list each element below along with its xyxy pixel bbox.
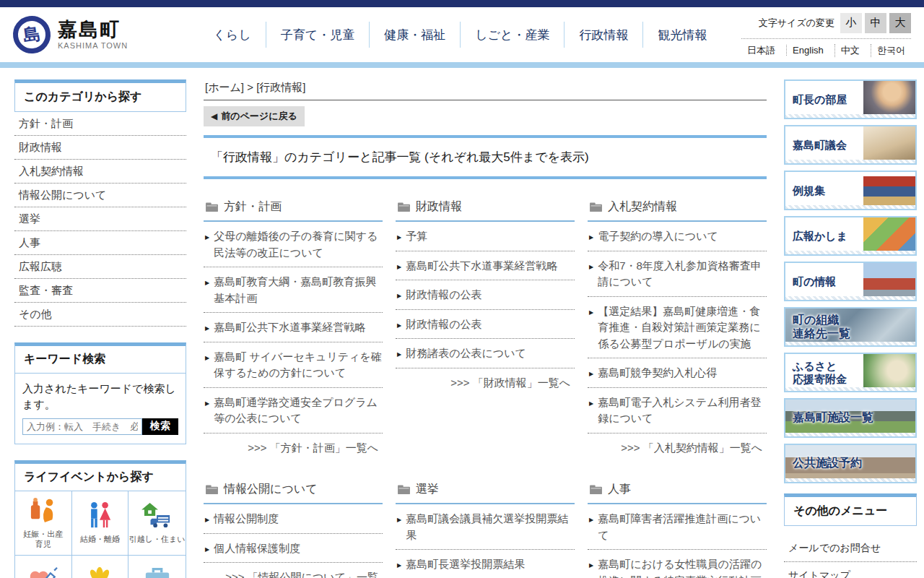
sidebar-category-link[interactable]: 財政情報 — [14, 136, 186, 160]
banner-assembly[interactable]: 嘉島町議会 — [784, 125, 917, 165]
sidebar-category-link[interactable]: 情報公開について — [14, 184, 186, 207]
banner-facilities[interactable]: 嘉島町施設一覧 — [784, 398, 917, 438]
banner-furusato[interactable]: ふるさと 応援寄附金 — [784, 353, 917, 392]
category-article-grid: 方針・計画▶父母の離婚後の子の養育に関する民法等の改正について▶嘉島町教育大綱・… — [204, 198, 767, 578]
article-link[interactable]: ▶嘉島町教育大綱・嘉島町教育振興基本計画 — [204, 267, 383, 313]
triangle-bullet-icon: ▶ — [205, 233, 209, 261]
moving-icon — [141, 501, 174, 532]
other-menu-link[interactable]: サイトマップ — [784, 562, 917, 578]
banner-label: ふるさと 応援寄附金 — [785, 360, 847, 385]
top-navy-bar — [0, 0, 924, 7]
sidebar-category-link[interactable]: 選挙 — [14, 207, 186, 231]
books-photo — [863, 172, 915, 209]
right-sidebar: 町長の部屋嘉島町議会例規集広報かしま町の情報町の組織 連絡先一覧ふるさと 応援寄… — [784, 79, 917, 578]
nav-item-4[interactable]: しごと・産業 — [461, 21, 564, 49]
life-event-care[interactable]: 介護・病気 — [15, 555, 72, 578]
article-link[interactable]: ▶嘉島町電子入札システム利用者登録について — [588, 388, 767, 434]
sidebar-category-link[interactable]: 広報広聴 — [14, 255, 186, 279]
back-button[interactable]: ◀ 前のページに戻る — [204, 106, 305, 126]
article-link[interactable]: ▶財政情報の公表 — [396, 310, 575, 340]
category-more-link[interactable]: >>> 「入札契約情報」一覧へ — [588, 434, 767, 457]
category-header: 選挙 — [396, 480, 575, 504]
triangle-bullet-icon: ▶ — [205, 400, 209, 427]
article-link[interactable]: ▶嘉島町公共下水道事業経営戦略 — [204, 313, 383, 342]
nav-item-1[interactable]: くらし — [199, 21, 266, 49]
article-list: ▶情報公開制度▶個人情報保護制度 — [204, 504, 383, 563]
category-block-1: 方針・計画▶父母の離婚後の子の養育に関する民法等の改正について▶嘉島町教育大綱・… — [204, 198, 383, 456]
article-link[interactable]: ▶情報公開制度 — [204, 504, 383, 534]
article-link[interactable]: ▶嘉島町 サイバーセキュリティを確保するための方針について — [204, 342, 383, 388]
article-link[interactable]: ▶令和7・8年度入札参加資格審査申請について — [588, 251, 767, 297]
article-link[interactable]: ▶嘉島町通学路交通安全プログラム等の公表について — [204, 388, 383, 434]
category-more-link[interactable]: >>> 「方針・計画」一覧へ — [204, 434, 383, 457]
life-event-couple[interactable]: 結婚・離婚 — [72, 491, 129, 555]
nav-item-3[interactable]: 健康・福祉 — [370, 21, 460, 49]
search-input[interactable] — [22, 418, 142, 435]
triangle-bullet-icon: ▶ — [397, 292, 401, 303]
article-link[interactable]: ▶個人情報保護制度 — [204, 534, 383, 564]
nav-item-5[interactable]: 行政情報 — [565, 21, 642, 49]
triangle-bullet-icon: ▶ — [589, 400, 593, 427]
article-link[interactable]: ▶嘉島町長選挙投開票結果 — [396, 550, 575, 578]
sidebar-category-link[interactable]: 入札契約情報 — [14, 160, 186, 184]
article-title: 個人情報保護制度 — [214, 540, 300, 557]
life-event-label: 引越し・住まい — [129, 535, 186, 545]
article-link[interactable]: ▶嘉島町障害者活躍推進計画について — [588, 504, 767, 550]
category-more-link[interactable]: >>> 「財政情報」一覧へ — [396, 368, 575, 392]
banner-books[interactable]: 例規集 — [784, 171, 917, 210]
language-link-1[interactable]: 日本語 — [741, 44, 781, 57]
life-event-job[interactable]: 就職・離職 — [128, 555, 186, 578]
back-arrow-icon: ◀ — [211, 111, 217, 121]
font-size-button-中[interactable]: 中 — [865, 13, 886, 33]
article-link[interactable]: ▶電子契約の導入について — [588, 222, 767, 251]
banner-magazine[interactable]: 広報かしま — [784, 216, 917, 256]
banner-reservation[interactable]: 公共施設予約 — [784, 444, 917, 483]
language-link-2[interactable]: English — [786, 45, 829, 56]
breadcrumb-home-link[interactable]: [ホーム] — [205, 81, 244, 93]
banner-town[interactable]: 町の情報 — [784, 262, 917, 301]
font-size-button-小[interactable]: 小 — [840, 13, 862, 33]
article-link[interactable]: ▶財務諸表の公表について — [396, 339, 575, 368]
triangle-bullet-icon: ▶ — [205, 354, 209, 381]
triangle-bullet-icon: ▶ — [589, 370, 593, 381]
life-event-condolence[interactable]: おくやみ — [72, 555, 129, 578]
sidebar-category-link[interactable]: 方針・計画 — [14, 112, 186, 136]
search-button[interactable]: 検索 — [142, 418, 178, 435]
category-more-link[interactable]: >>> 「情報公開について」一覧へ — [204, 563, 383, 578]
nav-item-6[interactable]: 観光情報 — [643, 21, 721, 49]
language-link-4[interactable]: 한국어 — [871, 44, 911, 57]
article-link[interactable]: ▶財政情報の公表 — [396, 280, 575, 310]
banner-organization[interactable]: 町の組織 連絡先一覧 — [784, 307, 917, 347]
article-title: 嘉島町教育大綱・嘉島町教育振興基本計画 — [214, 274, 383, 306]
language-link-3[interactable]: 中文 — [834, 44, 866, 57]
life-events-panel: ライフイベントから探す 妊娠・出産 育児結婚・離婚引越し・住まい介護・病気おくや… — [14, 460, 186, 578]
article-title: 令和7・8年度入札参加資格審査申請について — [598, 258, 767, 290]
sidebar-category-link[interactable]: 監査・審査 — [14, 279, 186, 303]
article-link[interactable]: ▶予算 — [396, 222, 575, 251]
article-list: ▶予算▶嘉島町公共下水道事業経営戦略▶財政情報の公表▶財政情報の公表▶財務諸表の… — [396, 222, 575, 368]
sidebar-category-link[interactable]: その他 — [14, 303, 186, 327]
breadcrumb-current[interactable]: [行政情報] — [256, 81, 305, 93]
article-link[interactable]: ▶嘉島町公共下水道事業経営戦略 — [396, 251, 575, 281]
article-link[interactable]: ▶嘉島町議会議員補欠選挙投開票結果 — [396, 504, 575, 550]
couple-icon — [83, 501, 116, 532]
life-event-moving[interactable]: 引越し・住まい — [128, 491, 186, 555]
article-title: 嘉島町長選挙投開票結果 — [406, 556, 525, 573]
article-link[interactable]: ▶父母の離婚後の子の養育に関する民法等の改正について — [204, 222, 383, 267]
life-events-grid: 妊娠・出産 育児結婚・離婚引越し・住まい介護・病気おくやみ就職・離職 — [15, 491, 186, 578]
other-menu-link[interactable]: メールでのお問合せ — [784, 535, 917, 562]
main-navigation: くらし子育て・児童健康・福祉しごと・産業行政情報観光情報 — [179, 21, 741, 49]
banner-mayor[interactable]: 町長の部屋 — [784, 79, 917, 119]
category-title: 人事 — [608, 482, 631, 497]
life-event-baby[interactable]: 妊娠・出産 育児 — [15, 491, 72, 555]
article-link[interactable]: ▶嘉島町における女性職員の活躍の推進に関する特定事業主行動計画 — [588, 550, 767, 578]
nav-item-2[interactable]: 子育て・児童 — [266, 21, 369, 49]
article-link[interactable]: ▶【選定結果】嘉島町健康増進・食育推進・自殺対策計画策定業務に係る公募型プロポー… — [588, 297, 767, 359]
category-header: 財政情報 — [396, 198, 575, 222]
banner-label: 町の情報 — [785, 275, 836, 288]
article-link[interactable]: ▶嘉島町競争契約入札心得 — [588, 358, 767, 388]
town-emblem-icon: 島 — [11, 14, 53, 56]
sidebar-category-link[interactable]: 人事 — [14, 231, 186, 255]
site-logo[interactable]: 島 嘉島町 KASHIMA TOWN — [13, 16, 179, 53]
font-size-button-大[interactable]: 大 — [889, 13, 911, 33]
